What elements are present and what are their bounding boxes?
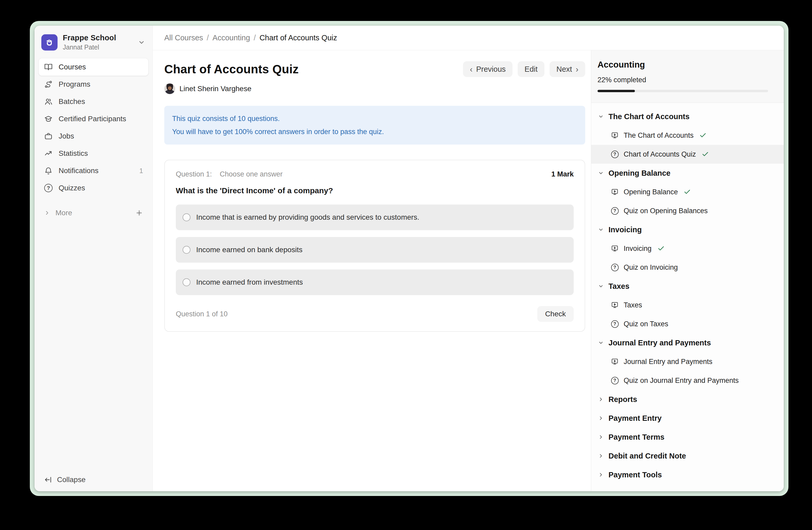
author-name: Linet Sherin Varghese — [179, 85, 251, 93]
answer-option-1[interactable]: Income that is earned by providing goods… — [176, 205, 574, 230]
chevron-right-icon: › — [576, 65, 578, 73]
chevron-down-icon — [598, 170, 604, 176]
outline-item-invoicing[interactable]: Invoicing — [591, 239, 784, 258]
plus-icon[interactable] — [135, 209, 143, 217]
answer-option-label: Income earned on bank deposits — [196, 246, 302, 254]
previous-button[interactable]: ‹ Previous — [463, 61, 512, 77]
next-button[interactable]: Next › — [550, 61, 585, 77]
chevron-down-icon — [598, 114, 604, 120]
quiz-icon: ? — [611, 320, 619, 328]
lesson-icon — [611, 358, 619, 366]
outline-item-quiz-on-invoicing[interactable]: ? Quiz on Invoicing — [591, 258, 784, 277]
answer-option-3[interactable]: Income earned from investments — [176, 269, 574, 295]
notice-line: You will have to get 100% correct answer… — [172, 125, 577, 138]
collapse-label: Collapse — [57, 476, 86, 484]
course-outline-panel: Accounting 22% completed The Chart of Ac… — [591, 50, 784, 491]
section-invoicing[interactable]: Invoicing — [591, 220, 784, 239]
radio-button[interactable] — [183, 213, 190, 221]
edit-button[interactable]: Edit — [518, 61, 545, 77]
left-sidebar: Frappe School Jannat Patel Courses Pro — [34, 26, 153, 491]
section-payment-entry[interactable]: Payment Entry — [591, 409, 784, 428]
outline-item-journal-entry-and-payments[interactable]: Journal Entry and Payments — [591, 352, 784, 371]
quiz-icon: ? — [611, 376, 619, 385]
chevron-right-icon — [598, 472, 604, 478]
outline-item-label: Opening Balance — [624, 188, 678, 196]
top-bar: All Courses / Accounting / Chart of Acco… — [153, 26, 784, 50]
section-payment-terms[interactable]: Payment Terms — [591, 428, 784, 446]
outline-item-quiz-on-opening-balances[interactable]: ? Quiz on Opening Balances — [591, 201, 784, 220]
answer-option-2[interactable]: Income earned on bank deposits — [176, 237, 574, 263]
outline-item-quiz-on-journal-entry-and-payments[interactable]: ? Quiz on Journal Entry and Payments — [591, 371, 784, 390]
collapse-sidebar-button[interactable]: Collapse — [39, 476, 148, 484]
check-button[interactable]: Check — [537, 306, 574, 322]
sidebar-item-courses[interactable]: Courses — [39, 58, 148, 76]
breadcrumb-separator: / — [254, 33, 256, 42]
question-footer: Question 1 of 10 Check — [176, 306, 574, 322]
user-name: Jannat Patel — [63, 43, 116, 51]
outline-item-taxes[interactable]: Taxes — [591, 296, 784, 315]
users-icon — [44, 97, 53, 106]
section-title: Journal Entry and Payments — [608, 338, 711, 347]
outline-item-label: Taxes — [624, 301, 642, 309]
content-area: All Courses / Accounting / Chart of Acco… — [153, 26, 784, 491]
notification-count-badge: 1 — [140, 167, 143, 175]
section-debit-and-credit-note[interactable]: Debit and Credit Note — [591, 446, 784, 465]
outline-item-opening-balance[interactable]: Opening Balance — [591, 182, 784, 201]
lesson-icon — [611, 301, 619, 309]
breadcrumb-all-courses[interactable]: All Courses — [164, 33, 203, 42]
section-payment-tools[interactable]: Payment Tools — [591, 465, 784, 484]
edit-button-label: Edit — [524, 65, 538, 73]
window-frame: Frappe School Jannat Patel Courses Pro — [30, 21, 788, 496]
section-journal-entry-and-payments[interactable]: Journal Entry and Payments — [591, 333, 784, 352]
progress-bar — [597, 90, 768, 92]
body-row: Chart of Accounts Quiz ‹ Previous Edit N… — [153, 50, 784, 491]
lesson-icon — [611, 188, 619, 196]
section-reports[interactable]: Reports — [591, 390, 784, 409]
chevron-right-icon — [44, 210, 50, 216]
frappe-school-logo — [41, 34, 58, 51]
sidebar-item-notifications[interactable]: Notifications 1 — [39, 162, 148, 179]
sidebar-item-jobs[interactable]: Jobs — [39, 127, 148, 145]
check-icon — [699, 132, 707, 139]
sidebar-item-label: Quizzes — [59, 184, 85, 192]
section-taxes[interactable]: Taxes — [591, 277, 784, 296]
progress-bar-fill — [597, 90, 635, 92]
sidebar-item-label: Jobs — [59, 132, 74, 140]
next-button-label: Next — [556, 65, 572, 73]
sidebar-item-programs[interactable]: Programs — [39, 76, 148, 93]
breadcrumb-current: Chart of Accounts Quiz — [260, 33, 337, 42]
sidebar-item-statistics[interactable]: Statistics — [39, 145, 148, 162]
outline-item-quiz-on-taxes[interactable]: ? Quiz on Taxes — [591, 315, 784, 333]
course-outline: The Chart of Accounts The Chart of Accou… — [591, 103, 784, 487]
section-title: The Chart of Accounts — [608, 112, 690, 121]
chevron-left-icon: ‹ — [470, 65, 473, 73]
section-title: Payment Entry — [608, 414, 662, 423]
answer-option-label: Income earned from investments — [196, 278, 303, 287]
outline-item-the-chart-of-accounts[interactable]: The Chart of Accounts — [591, 126, 784, 145]
outline-item-chart-of-accounts-quiz[interactable]: ? Chart of Accounts Quiz — [591, 145, 784, 164]
breadcrumb-accounting[interactable]: Accounting — [213, 33, 250, 42]
briefcase-icon — [44, 132, 53, 141]
chevron-down-icon — [598, 340, 604, 346]
section-the-chart-of-accounts[interactable]: The Chart of Accounts — [591, 107, 784, 126]
chevron-right-icon — [598, 396, 604, 402]
sidebar-item-batches[interactable]: Batches — [39, 93, 148, 110]
section-title: Payment Tools — [608, 471, 662, 479]
sidebar-more-row[interactable]: More — [39, 209, 148, 217]
app-window: Frappe School Jannat Patel Courses Pro — [34, 26, 784, 491]
answer-options: Income that is earned by providing goods… — [176, 205, 574, 295]
bell-icon — [44, 166, 53, 175]
sidebar-item-label: Statistics — [59, 149, 88, 158]
radio-button[interactable] — [183, 278, 190, 286]
radio-button[interactable] — [183, 246, 190, 254]
section-title: Invoicing — [608, 225, 642, 234]
quiz-icon: ? — [611, 150, 619, 158]
sidebar-item-label: Courses — [59, 63, 86, 71]
main-content: Chart of Accounts Quiz ‹ Previous Edit N… — [153, 50, 591, 491]
school-name: Frappe School — [63, 33, 116, 42]
section-opening-balance[interactable]: Opening Balance — [591, 164, 784, 182]
sidebar-item-certified-participants[interactable]: Certified Participants — [39, 110, 148, 127]
sidebar-item-quizzes[interactable]: ? Quizzes — [39, 179, 148, 197]
workspace-switcher[interactable]: Frappe School Jannat Patel — [39, 31, 148, 58]
chevron-right-icon — [598, 415, 604, 421]
